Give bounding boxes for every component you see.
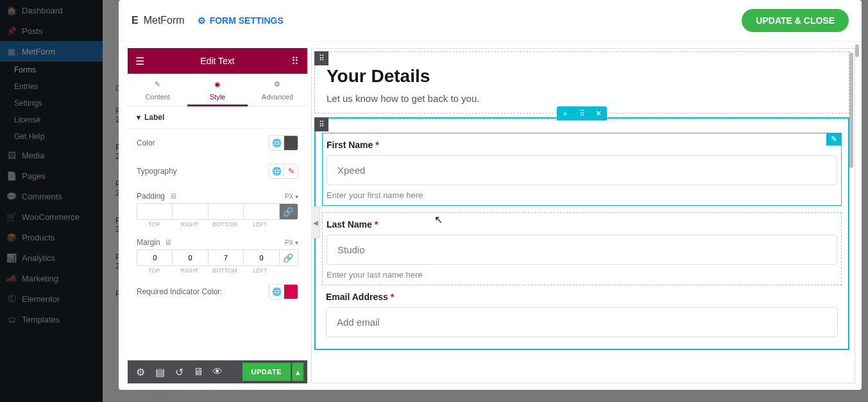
field-help: Enter your last name here — [327, 270, 837, 280]
metform-editor-modal: E MetForm ⚙ FORM SETTINGS UPDATE & CLOSE… — [119, 0, 862, 390]
history-icon[interactable]: ↺ — [170, 363, 188, 381]
tab-label: Content — [145, 93, 170, 101]
panel-footer: ⚙ ▤ ↺ 🖥 👁 UPDATE ▴ — [128, 360, 307, 383]
modal-body: ☰ Edit Text ⠿ ✎Content ◉Style ⚙Advanced … — [119, 42, 862, 390]
section-label-toggle[interactable]: ▾Label — [128, 106, 307, 129]
padding-bottom-input[interactable] — [208, 204, 244, 219]
padding-inputs: 🔗 TOPRIGHTBOTTOMLEFT — [128, 203, 307, 231]
bg-bottom-strip: Newsletter Signup Form — — [119, 390, 862, 402]
widget-email[interactable]: Email Address * — [322, 292, 842, 342]
margin-inputs: 🔗 TOPRIGHTBOTTOMLEFT — [128, 249, 307, 278]
padding-right-input[interactable] — [173, 204, 208, 219]
widget-first-name[interactable]: ✎ First Name * Enter your first name her… — [322, 133, 842, 206]
control-padding-header: Padding 🖥 PX ▾ — [128, 185, 307, 203]
responsive-icon[interactable]: 🖥 — [189, 363, 207, 381]
form-subheading: Let us know how to get back to you. — [327, 93, 837, 104]
link-values-button[interactable]: 🔗 — [280, 250, 298, 265]
control-label: Margin 🖥 — [137, 238, 172, 247]
control-margin-header: Margin 🖥 PX ▾ — [128, 231, 307, 249]
chevron-down-icon: ▾ — [137, 113, 140, 122]
dim-label: TOP — [137, 221, 172, 228]
email-input[interactable] — [326, 307, 838, 337]
panel-tabs: ✎Content ◉Style ⚙Advanced — [128, 74, 307, 106]
elementor-logo-icon: E — [132, 15, 139, 26]
dim-label: LEFT — [243, 267, 278, 274]
brand-label: MetForm — [144, 15, 185, 26]
form-heading: Your Details — [327, 66, 837, 87]
update-and-close-button[interactable]: UPDATE & CLOSE — [742, 9, 849, 32]
dim-label: RIGHT — [172, 267, 207, 274]
edit-widget-icon[interactable]: ✎ — [826, 133, 842, 146]
tab-style[interactable]: ◉Style — [187, 74, 247, 106]
update-button[interactable]: UPDATE — [243, 363, 291, 381]
tab-label: Style — [210, 93, 225, 101]
form-settings-label: FORM SETTINGS — [210, 15, 284, 26]
desktop-icon[interactable]: 🖥 — [169, 192, 177, 201]
desktop-icon[interactable]: 🖥 — [164, 238, 172, 247]
dim-label: BOTTOM — [207, 221, 243, 228]
dim-label: RIGHT — [172, 221, 207, 228]
section-fields[interactable]: ⠿ ✎ First Name * Enter your first name h… — [314, 117, 849, 350]
color-swatch[interactable] — [284, 136, 298, 150]
unit-selector[interactable]: PX ▾ — [285, 193, 298, 200]
globe-icon[interactable]: 🌐 — [269, 285, 284, 299]
required-star: * — [391, 292, 394, 302]
panel-body: ▾Label Color 🌐 Typography 🌐 ✎ — [128, 106, 307, 360]
last-name-input[interactable] — [327, 235, 837, 265]
padding-top-input[interactable] — [137, 204, 173, 219]
field-label: Email Address * — [326, 292, 838, 302]
required-star: * — [375, 219, 378, 230]
tab-content[interactable]: ✎Content — [128, 74, 187, 106]
form-canvas[interactable]: ⠿ Your Details Let us know how to get ba… — [312, 49, 855, 383]
preview-icon[interactable]: 👁 — [208, 363, 226, 381]
pencil-icon: ✎ — [153, 80, 163, 90]
section-handle-icon[interactable]: ⠿ — [314, 51, 328, 65]
section-title: Label — [144, 113, 164, 122]
panel-title: Edit Text — [147, 56, 288, 66]
margin-left-input[interactable] — [244, 250, 279, 265]
panel-header: ☰ Edit Text ⠿ — [128, 48, 307, 74]
strip-text: Newsletter Signup Form — — [144, 390, 229, 402]
brand: E MetForm — [132, 15, 185, 26]
apps-icon[interactable]: ⠿ — [288, 54, 302, 68]
margin-top-input[interactable] — [137, 250, 173, 265]
menu-icon[interactable]: ☰ — [133, 54, 147, 68]
margin-right-input[interactable] — [173, 250, 208, 265]
tab-label: Advanced — [262, 93, 293, 101]
globe-icon[interactable]: 🌐 — [269, 164, 284, 178]
navigator-icon[interactable]: ▤ — [151, 363, 169, 381]
padding-left-input[interactable] — [244, 204, 279, 219]
modal-header: E MetForm ⚙ FORM SETTINGS UPDATE & CLOSE — [119, 0, 862, 42]
margin-bottom-input[interactable] — [208, 250, 244, 265]
field-label: First Name * — [327, 140, 837, 150]
control-typography: Typography 🌐 ✎ — [128, 157, 307, 185]
color-swatch[interactable] — [284, 285, 298, 299]
elementor-panel: ☰ Edit Text ⠿ ✎Content ◉Style ⚙Advanced … — [128, 48, 307, 383]
typography-edit-button[interactable]: ✎ — [284, 164, 298, 178]
section-heading[interactable]: ⠿ Your Details Let us know how to get ba… — [314, 51, 849, 113]
column-handle-icon[interactable]: ⠿ — [314, 117, 328, 131]
gear-icon: ⚙ — [272, 80, 282, 90]
dim-label: TOP — [137, 267, 172, 274]
field-label: Last Name * — [327, 219, 837, 230]
form-settings-link[interactable]: ⚙ FORM SETTINGS — [198, 15, 284, 26]
control-label: Typography — [137, 167, 177, 176]
dim-label: LEFT — [243, 221, 278, 228]
update-options-button[interactable]: ▴ — [292, 363, 303, 381]
globe-icon[interactable]: 🌐 — [269, 136, 284, 150]
control-label: Padding 🖥 — [137, 192, 177, 201]
dim-label: BOTTOM — [207, 267, 243, 274]
settings-icon[interactable]: ⚙ — [132, 363, 149, 381]
control-label: Required Indicator Color: — [137, 287, 222, 296]
canvas-wrapper: ◀ ⠿ Your Details Let us know how to get … — [311, 48, 855, 383]
link-values-button[interactable]: 🔗 — [280, 204, 298, 219]
collapse-panel-toggle[interactable]: ◀ — [311, 206, 320, 239]
control-required-color: Required Indicator Color: 🌐 — [128, 278, 307, 306]
first-name-input[interactable] — [327, 155, 837, 185]
required-star: * — [375, 140, 379, 150]
tab-advanced[interactable]: ⚙Advanced — [248, 74, 307, 106]
gear-icon: ⚙ — [198, 15, 206, 26]
widget-last-name[interactable]: Last Name * Enter your last name here — [322, 212, 842, 285]
control-color: Color 🌐 — [128, 129, 307, 157]
unit-selector[interactable]: PX ▾ — [285, 239, 298, 246]
